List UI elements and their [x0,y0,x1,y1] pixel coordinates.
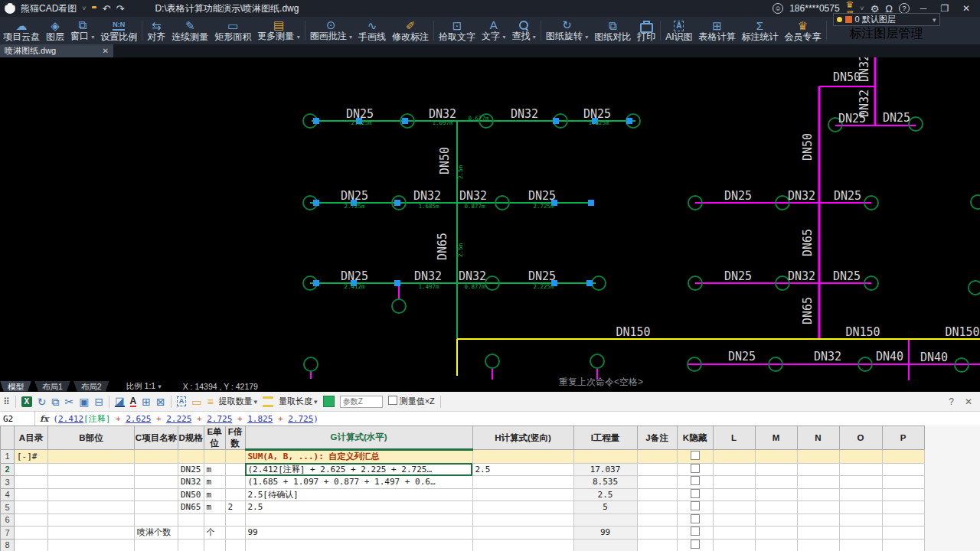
cell[interactable] [677,501,713,514]
grip-handle[interactable] [553,118,559,124]
app-menu-caret-icon[interactable]: ˅ [82,5,86,12]
grip-handle[interactable] [313,200,319,206]
cell[interactable]: m [204,501,225,514]
cell[interactable]: (1.685 + 1.097 + 0.877 + 1.497 + 0.6… [245,476,472,489]
ribbon-button-vip-crown[interactable]: ♛会员专享 [782,17,825,44]
ribbon-button-continuous-measure[interactable]: ✎连续测量 [168,17,211,44]
cell[interactable] [225,463,245,476]
cell[interactable] [178,514,204,527]
pipe-size-label[interactable]: DN32 [413,189,441,203]
cell[interactable] [713,463,755,476]
grip-handle[interactable] [586,280,593,286]
cut-scissors-icon[interactable]: ✂ [65,396,74,408]
cell[interactable] [178,450,204,464]
color-swatch[interactable] [323,396,335,407]
column-header-D[interactable]: D规格 [178,426,204,450]
row-number[interactable]: 6 [1,514,15,527]
cell[interactable] [755,476,797,489]
cell[interactable] [882,463,924,476]
ribbon-button-freehand[interactable]: ∿手画线 [355,17,389,44]
cell[interactable] [245,539,472,551]
cell[interactable] [15,539,48,551]
cell[interactable]: m [204,463,225,476]
ribbon-button-window[interactable]: ⧉窗口 ▾ [67,17,97,44]
tab-layout1[interactable]: 布局1 [34,381,70,392]
pipe-size-label[interactable]: DN32 [511,107,538,121]
pane-icon[interactable]: ▭ [191,396,201,408]
param-z-input[interactable] [340,396,383,408]
cell[interactable] [839,501,882,514]
pipe-size-label[interactable]: DN25 [833,269,861,283]
cell[interactable] [15,476,48,489]
cell[interactable] [713,450,755,464]
hide-checkbox[interactable] [691,489,700,498]
drag-handle-icon[interactable]: ⠿ [3,396,10,408]
cad-canvas-svg[interactable]: DN25DN32DN32DN25DN25DN32DN32DN25DN25DN32… [0,57,980,392]
cell[interactable] [178,539,204,551]
grip-handle[interactable] [394,280,400,286]
cell[interactable] [135,539,178,551]
refresh-icon[interactable]: ↻ [38,396,47,408]
cell[interactable] [472,501,573,514]
cell[interactable] [472,527,573,540]
cell[interactable] [48,527,135,540]
document-tab[interactable]: 喷淋图纸.dwg ✕ [0,44,113,57]
cell[interactable] [677,488,713,501]
cell[interactable]: [-]# [15,450,48,464]
undo-button[interactable]: ↶ [103,3,111,15]
cell[interactable] [637,450,677,464]
ribbon-button-scale-ratio[interactable]: N:N设置比例 [97,17,140,44]
cell[interactable] [713,488,755,501]
cell[interactable] [225,488,245,501]
row-number[interactable]: 4 [1,488,15,501]
grip-handle[interactable] [313,118,319,124]
cell[interactable] [637,514,677,527]
pipe-size-label[interactable]: DN25 [724,189,752,203]
help-icon[interactable]: ? [899,3,910,14]
tab-model[interactable]: 模型 [0,381,31,392]
ribbon-button-circle-annotate[interactable]: ⊙圈画批注 ▾ [307,17,355,44]
cell[interactable]: m [204,488,225,501]
measure-length-menu[interactable]: 量取长度▾ [279,396,318,407]
extract-quantity-menu[interactable]: 提取数量▾ [219,396,258,407]
ribbon-button-text[interactable]: A文字 ▾ [479,17,508,44]
row-number[interactable]: 1 [1,450,15,464]
excel-export-icon[interactable]: X [21,396,32,407]
cell[interactable] [15,463,48,476]
cell[interactable]: 2.5 [573,488,637,501]
cell[interactable] [677,514,713,527]
close-button[interactable]: ✕ [959,3,974,14]
cell[interactable] [839,450,882,464]
cell[interactable] [225,476,245,489]
cell[interactable] [204,539,225,551]
cell[interactable] [15,501,48,514]
pipe-size-label[interactable]: DN25 [728,350,756,364]
cell[interactable] [797,527,839,540]
cell[interactable]: 2.5[待确认] [245,488,472,501]
cell[interactable] [755,501,797,514]
cell[interactable] [882,476,924,489]
cell[interactable] [472,488,573,501]
cell[interactable] [797,476,839,489]
cell[interactable]: DN32 [178,476,204,489]
minimize-button[interactable]: ─ [916,3,931,14]
cell[interactable] [245,514,472,527]
column-header-L[interactable]: L [713,426,755,450]
column-header-K[interactable]: K隐藏 [677,426,713,450]
hide-checkbox[interactable] [691,476,700,485]
pipe-size-label[interactable]: DN150 [945,325,979,339]
pipe-size-label[interactable]: DN40 [876,350,903,364]
ribbon-button-compare[interactable]: ⧉图纸对比 [591,17,634,44]
ribbon-button-pick-text[interactable]: ⊡拾取文字 [436,17,479,44]
cell[interactable] [48,539,135,551]
pick-text-box-icon[interactable]: A [177,396,187,406]
cell[interactable] [797,539,839,551]
table-close-button[interactable]: ✕ [965,396,972,407]
pipe-size-label[interactable]: DN65 [436,233,449,260]
ribbon-button-more-measure[interactable]: ▤更多测量 ▾ [254,17,302,44]
cell[interactable] [204,514,225,527]
grip-handle[interactable] [588,200,594,206]
cell[interactable] [135,450,178,464]
dimension-text[interactable]: 2.725m [344,203,365,210]
cell[interactable] [637,476,677,489]
